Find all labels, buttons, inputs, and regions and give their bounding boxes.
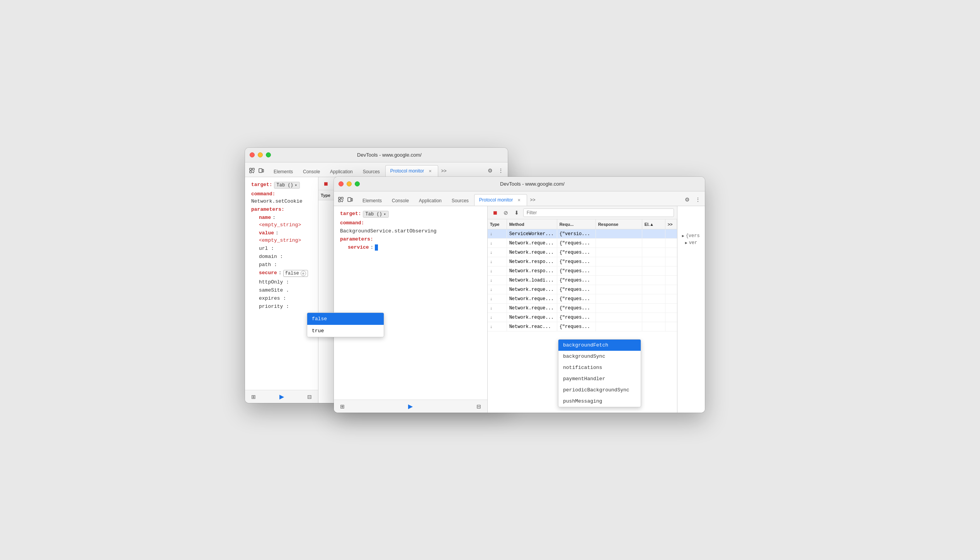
front-parameters-label: parameters: [340, 236, 373, 242]
front-cell-method-2: Network.reque... [507, 239, 557, 248]
back-device-icon[interactable] [257, 167, 265, 174]
front-target-value[interactable]: Tab () ▾ [363, 211, 389, 218]
back-target-value[interactable]: Tab () ▾ [274, 182, 300, 189]
back-param-samesite-key: sameSite . [259, 287, 289, 293]
back-tab-more[interactable]: >> [439, 167, 449, 177]
back-tab-settings: ⚙ ⋮ [486, 167, 505, 177]
front-tab-protocol-monitor[interactable]: Protocol monitor ✕ [474, 194, 527, 206]
front-col-elapsed[interactable]: El.▲ [642, 219, 665, 229]
back-tab-console[interactable]: Console [298, 167, 325, 177]
back-cmd-parameters: parameters: [251, 207, 312, 212]
front-param-service-cursor[interactable] [375, 244, 378, 251]
front-service-option-pushmessaging[interactable]: pushMessaging [558, 396, 641, 407]
back-cursor-icon[interactable] [248, 167, 256, 174]
back-param-secure-badge[interactable]: false ⊘ [283, 270, 308, 277]
front-close-btn[interactable] [339, 181, 344, 186]
front-device-icon[interactable] [346, 196, 354, 203]
front-param-service-colon: : [371, 244, 374, 250]
back-layout-icon[interactable]: ⊟ [306, 393, 313, 401]
back-param-value-val: <empty_string> [259, 237, 301, 243]
front-tab-application[interactable]: Application [414, 196, 446, 206]
back-send-btn[interactable]: ▶ [279, 393, 284, 400]
back-tab-elements[interactable]: Elements [269, 167, 298, 177]
back-command-label: command: [251, 191, 275, 197]
back-tab-application[interactable]: Application [325, 167, 357, 177]
front-table-row-3[interactable]: ↓ Network.reque... {"reques... [488, 248, 677, 257]
front-clear-btn[interactable]: ⊘ [502, 208, 510, 217]
front-send-btn[interactable]: ▶ [408, 403, 413, 410]
front-tab-elements[interactable]: Elements [358, 196, 386, 206]
front-service-option-paymenthandler[interactable]: paymentHandler [558, 373, 641, 384]
front-cell-arrow-2: ↓ [488, 239, 507, 248]
front-col-type[interactable]: Type [488, 219, 507, 229]
front-col-more[interactable]: >> [665, 219, 677, 229]
front-cell-response-7 [596, 285, 642, 294]
front-overflow-icon[interactable]: ⋮ [694, 196, 702, 203]
front-service-option-periodicbackgroundsync[interactable]: periodicBackgroundSync [558, 384, 641, 396]
back-tab-close-icon[interactable]: ✕ [427, 168, 433, 174]
front-tab-close-icon[interactable]: ✕ [516, 197, 522, 203]
front-tab-console[interactable]: Console [387, 196, 413, 206]
front-target-dropdown-arrow[interactable]: ▾ [384, 212, 386, 217]
front-table-row-4[interactable]: ↓ Network.respo... {"reques... [488, 257, 677, 266]
front-tab-sources[interactable]: Sources [447, 196, 473, 206]
front-service-option-notifications[interactable]: notifications [558, 362, 641, 373]
front-tree-arrow-2: ▶ [685, 241, 687, 245]
svg-rect-1 [252, 168, 254, 170]
front-service-option-backgroundsync[interactable]: backgroundSync [558, 351, 641, 362]
front-expand-icon[interactable]: ⊞ [339, 403, 346, 410]
front-table-row-5[interactable]: ↓ Network.respo... {"reques... [488, 266, 677, 276]
front-download-btn[interactable]: ⬇ [512, 208, 521, 217]
front-cell-request-7: {"reques... [557, 285, 596, 294]
front-settings-icon[interactable]: ⚙ [683, 196, 691, 203]
back-maximize-btn[interactable] [266, 152, 271, 157]
front-minimize-btn[interactable] [347, 181, 352, 186]
front-filter-input[interactable] [523, 208, 674, 217]
front-cmd-command-value: BackgroundService.startObserving [340, 228, 481, 234]
front-tree-label-2: ver [689, 240, 698, 246]
back-command-area: target: Tab () ▾ command: Network.setCoo… [245, 177, 318, 390]
back-target-dropdown-arrow[interactable]: ▾ [295, 183, 297, 188]
front-cell-arrow-7: ↓ [488, 285, 507, 294]
back-expand-icon[interactable]: ⊞ [250, 393, 257, 401]
front-table-row-1[interactable]: ↓ ServiceWorker... {"versio... [488, 229, 677, 239]
back-stop-btn[interactable]: ⏹ [322, 179, 330, 188]
back-minimize-btn[interactable] [258, 152, 263, 157]
front-service-option-backgroundfetch[interactable]: backgroundFetch [558, 340, 641, 351]
front-cell-request-5: {"reques... [557, 266, 596, 275]
back-bool-option-false[interactable]: false [307, 313, 384, 325]
front-col-method[interactable]: Method [507, 219, 557, 229]
front-traffic-lights [339, 181, 360, 186]
front-cell-response-3 [596, 248, 642, 257]
front-tab-more[interactable]: >> [528, 196, 538, 206]
front-table-row-7[interactable]: ↓ Network.reque... {"reques... [488, 285, 677, 294]
front-table-row-10[interactable]: ↓ Network.reque... {"reques... [488, 313, 677, 322]
front-col-request[interactable]: Requ... [557, 219, 596, 229]
back-settings-icon[interactable]: ⚙ [486, 167, 494, 174]
back-bottom-bar: ⊞ ▶ ⊟ [245, 390, 318, 403]
back-overflow-icon[interactable]: ⋮ [497, 167, 505, 174]
front-stop-btn[interactable]: ⏹ [491, 208, 499, 217]
front-cell-arrow-10: ↓ [488, 313, 507, 322]
back-param-path: path : [251, 262, 312, 268]
svg-rect-3 [259, 169, 262, 172]
front-table-row-11[interactable]: ↓ Network.reac... {"reques... [488, 322, 677, 331]
back-tab-protocol-monitor[interactable]: Protocol monitor ✕ [385, 165, 438, 177]
back-param-secure: secure : false ⊘ [251, 270, 312, 277]
back-tab-sources[interactable]: Sources [358, 167, 385, 177]
back-param-expires: expires : [251, 295, 312, 301]
back-close-btn[interactable] [250, 152, 255, 157]
front-table-row-2[interactable]: ↓ Network.reque... {"reques... [488, 239, 677, 248]
front-cursor-icon[interactable] [337, 196, 345, 203]
front-layout-icon[interactable]: ⊟ [475, 403, 483, 410]
front-col-response[interactable]: Response [596, 219, 642, 229]
back-bool-option-true[interactable]: true [307, 325, 384, 337]
front-command-area: target: Tab () ▾ command: BackgroundServ… [334, 206, 487, 400]
back-tab-tools [248, 167, 265, 177]
front-cell-request-8: {"reques... [557, 294, 596, 303]
front-maximize-btn[interactable] [355, 181, 360, 186]
front-table-row-6[interactable]: ↓ Network.loadi... {"reques... [488, 276, 677, 285]
front-table-row-8[interactable]: ↓ Network.reque... {"reques... [488, 294, 677, 304]
back-param-secure-clear[interactable]: ⊘ [301, 271, 306, 276]
front-table-row-9[interactable]: ↓ Network.reque... {"reques... [488, 304, 677, 313]
